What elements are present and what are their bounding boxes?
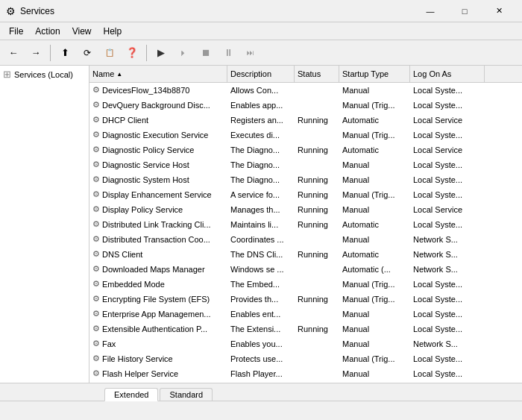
table-row[interactable]: ⚙ Fax Enables you... Manual Network S... [89, 336, 522, 351]
service-name-cell: ⚙ Flash Helper Service [89, 368, 227, 379]
properties-button[interactable]: 📋 [99, 43, 120, 63]
service-icon: ⚙ [92, 234, 100, 244]
service-description-cell: The DNS Cli... [227, 249, 295, 260]
service-logon-cell: Local Syste... [410, 369, 485, 379]
service-icon: ⚙ [92, 85, 100, 95]
service-icon: ⚙ [92, 204, 100, 214]
maximize-button[interactable]: □ [447, 0, 482, 22]
menu-help[interactable]: Help [98, 23, 128, 40]
menu-file[interactable]: File [3, 23, 29, 40]
table-row[interactable]: ⚙ Embedded Mode The Embed... Manual (Tri… [89, 277, 522, 292]
table-row[interactable]: ⚙ DHCP Client Registers an... Running Au… [89, 113, 522, 128]
service-description-cell: Enables ent... [227, 309, 295, 319]
table-row[interactable]: ⚙ Encrypting File System (EFS) Provides … [89, 292, 522, 307]
tab-standard[interactable]: Standard [160, 388, 213, 401]
col-header-description[interactable]: Description [227, 66, 295, 82]
col-header-logon[interactable]: Log On As [410, 66, 485, 82]
service-icon: ⚙ [92, 145, 100, 154]
resume-service-button[interactable]: ⏵ [173, 43, 194, 63]
service-status-cell [295, 269, 339, 270]
service-icon: ⚙ [92, 175, 100, 184]
service-name-cell: ⚙ DNS Client [89, 248, 227, 260]
back-button[interactable]: ← [3, 43, 24, 63]
forward-button[interactable]: → [25, 43, 46, 63]
tab-extended[interactable]: Extended [104, 388, 158, 401]
table-row[interactable]: ⚙ Flash Helper Service Flash Player... M… [89, 366, 522, 381]
service-name-cell: ⚙ Downloaded Maps Manager [89, 263, 227, 275]
table-row[interactable]: ⚙ Diagnostic Policy Service The Diagno..… [89, 142, 522, 157]
service-description-cell: Provides th... [227, 294, 295, 304]
service-icon: ⚙ [92, 100, 100, 110]
service-startup-cell: Manual (Trig... [339, 294, 410, 304]
service-name: Downloaded Maps Manager [102, 265, 205, 274]
start-service-button[interactable]: ▶ [151, 43, 172, 63]
col-header-name[interactable]: Name ▲ [89, 66, 227, 82]
service-startup-cell: Manual [339, 160, 410, 170]
help-toolbar-button[interactable]: ❓ [122, 43, 142, 63]
table-row[interactable]: ⚙ Distributed Link Tracking Cli... Maint… [89, 217, 522, 232]
minimize-button[interactable]: — [413, 0, 447, 22]
table-row[interactable]: ⚙ Display Policy Service Manages th... R… [89, 202, 522, 217]
service-name: Fax [102, 339, 116, 348]
table-row[interactable]: ⚙ Display Enhancement Service A service … [89, 187, 522, 202]
menu-action[interactable]: Action [29, 23, 66, 40]
stop-service-button[interactable]: ⏹ [195, 43, 216, 63]
service-icon: ⚙ [92, 264, 100, 274]
table-row[interactable]: ⚙ Freemake Improver Manual Local Syste..… [89, 381, 522, 383]
col-header-startup[interactable]: Startup Type [339, 66, 410, 82]
service-startup-cell: Manual (Trig... [339, 130, 410, 140]
service-logon-cell: Local Service [410, 204, 485, 215]
service-name: Extensible Authentication P... [102, 325, 207, 333]
table-row[interactable]: ⚙ Diagnostic Execution Service Executes … [89, 128, 522, 142]
service-name-cell: ⚙ DevQuery Background Disc... [89, 99, 227, 110]
toolbar-separator-2 [146, 45, 147, 61]
window-controls: — □ ✕ [413, 0, 516, 22]
service-name-cell: ⚙ Display Policy Service [89, 204, 227, 215]
service-status-cell: Running [295, 219, 339, 230]
service-name-cell: ⚙ Fax [89, 338, 227, 349]
service-name-cell: ⚙ Distributed Transaction Coo... [89, 233, 227, 245]
service-name-cell: ⚙ Diagnostic System Host [89, 174, 227, 185]
sort-arrow-icon: ▲ [116, 71, 122, 78]
table-row[interactable]: ⚙ DevQuery Background Disc... Enables ap… [89, 98, 522, 113]
service-logon-cell: Network S... [410, 234, 485, 245]
menu-view[interactable]: View [66, 23, 98, 40]
table-row[interactable]: ⚙ DevicesFlow_134b8870 Allows Con... Man… [89, 83, 522, 98]
refresh-button[interactable]: ⟳ [77, 43, 98, 63]
service-name: Diagnostic System Host [102, 175, 189, 184]
service-status-cell: Running [295, 145, 339, 155]
service-status-cell: Running [295, 324, 339, 334]
service-name: DNS Client [102, 250, 142, 259]
table-row[interactable]: ⚙ Diagnostic Service Host The Diagno... … [89, 157, 522, 172]
close-button[interactable]: ✕ [482, 0, 516, 22]
services-table: Name ▲ Description Status Startup Type L… [89, 66, 522, 383]
toolbar: ← → ⬆ ⟳ 📋 ❓ ▶ ⏵ ⏹ ⏸ ⏭ [0, 40, 522, 66]
service-logon-cell: Local Syste... [410, 175, 485, 185]
restart-service-button[interactable]: ⏭ [240, 43, 261, 63]
table-row[interactable]: ⚙ Extensible Authentication P... The Ext… [89, 322, 522, 336]
table-row[interactable]: ⚙ File History Service Protects use... M… [89, 351, 522, 366]
service-status-cell: Running [295, 115, 339, 125]
service-name: DevQuery Background Disc... [102, 101, 210, 110]
table-body: ⚙ DevicesFlow_134b8870 Allows Con... Man… [89, 83, 522, 383]
window-title: Services [20, 6, 413, 16]
table-row[interactable]: ⚙ Diagnostic System Host The Diagno... R… [89, 172, 522, 187]
table-row[interactable]: ⚙ Downloaded Maps Manager Windows se ...… [89, 262, 522, 277]
up-button[interactable]: ⬆ [54, 43, 75, 63]
service-status-cell [295, 239, 339, 240]
service-startup-cell: Manual [339, 234, 410, 245]
table-row[interactable]: ⚙ DNS Client The DNS Cli... Running Auto… [89, 247, 522, 262]
service-startup-cell: Manual [339, 309, 410, 319]
service-status-cell: Running [295, 189, 339, 200]
service-icon: ⚙ [92, 339, 100, 348]
table-row[interactable]: ⚙ Distributed Transaction Coo... Coordin… [89, 232, 522, 247]
service-logon-cell: Local Syste... [410, 100, 485, 110]
col-header-status[interactable]: Status [295, 66, 339, 82]
service-icon: ⚙ [92, 189, 100, 199]
service-logon-cell: Local Syste... [410, 279, 485, 289]
pause-service-button[interactable]: ⏸ [218, 43, 239, 63]
service-name-cell: ⚙ Display Enhancement Service [89, 189, 227, 200]
service-status-cell [295, 358, 339, 360]
table-row[interactable]: ⚙ Enterprise App Managemen... Enables en… [89, 307, 522, 322]
service-startup-cell: Automatic [339, 145, 410, 155]
